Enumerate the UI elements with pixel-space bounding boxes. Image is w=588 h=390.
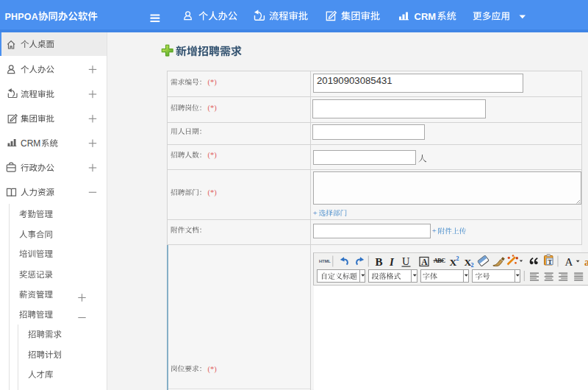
svg-text:I: I [389, 256, 395, 268]
svg-text:T: T [548, 258, 552, 266]
svg-text:2: 2 [456, 255, 459, 262]
svg-text:HTML: HTML [319, 259, 331, 263]
svg-text:2: 2 [471, 262, 474, 269]
svg-text:20190903085431: 20190903085431 [317, 75, 392, 86]
svg-text:(*): (*) [208, 365, 218, 374]
svg-text:+: + [432, 226, 437, 235]
svg-text:(*): (*) [208, 78, 218, 87]
svg-text:A: A [421, 258, 428, 266]
svg-text:PHPOA: PHPOA [5, 12, 38, 22]
svg-text:+: + [313, 208, 318, 217]
svg-text:A: A [565, 256, 573, 268]
svg-text:(*): (*) [208, 151, 218, 160]
svg-text:(*): (*) [208, 188, 218, 197]
svg-text:U: U [402, 255, 410, 267]
svg-text:CRM: CRM [415, 11, 437, 22]
svg-text:(*): (*) [208, 104, 218, 113]
svg-text:a: a [584, 257, 588, 268]
svg-text:B: B [376, 256, 383, 268]
svg-text:CRM: CRM [21, 138, 40, 149]
svg-text:ABC: ABC [434, 258, 445, 264]
